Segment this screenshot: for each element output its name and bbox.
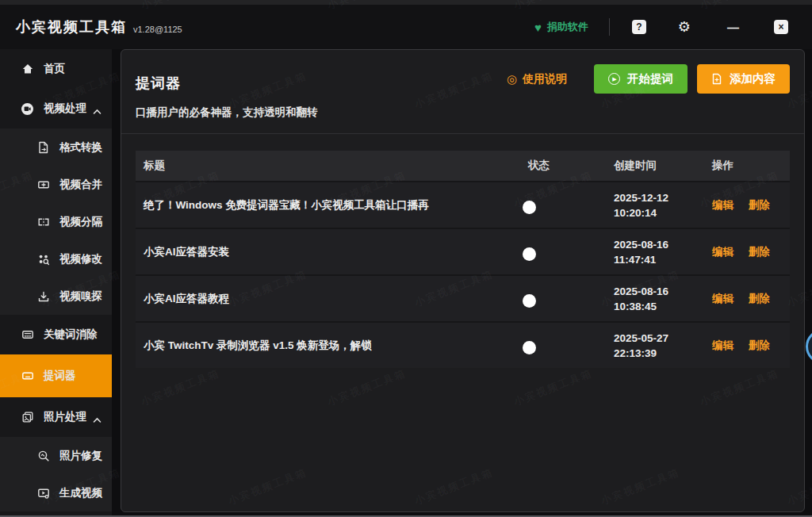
generate-video-icon <box>36 486 50 500</box>
header-actions: ◎ 使用说明 ▶ 开始提词 添加内容 <box>507 64 790 94</box>
row-time: 11:47:41 <box>614 252 710 267</box>
sidebar-item-video-split[interactable]: 视频分隔 <box>0 203 112 240</box>
row-date: 2025-12-12 <box>614 190 710 205</box>
row-status-cell <box>525 199 612 211</box>
add-content-button[interactable]: 添加内容 <box>697 64 790 94</box>
row-time: 10:38:45 <box>614 299 710 314</box>
floating-assistant-bubble[interactable] <box>806 329 812 364</box>
start-prompt-button[interactable]: ▶ 开始提词 <box>594 64 688 94</box>
add-document-icon <box>711 73 722 85</box>
titlebar-divider <box>609 18 610 36</box>
row-time: 10:20:14 <box>614 205 710 220</box>
gear-icon[interactable]: ⚙ <box>678 20 691 34</box>
row-title: 小宾AI应答器教程 <box>136 292 525 306</box>
video-modify-icon <box>36 252 50 266</box>
edit-link[interactable]: 编辑 <box>712 199 733 211</box>
heart-icon: ♥ <box>534 21 542 34</box>
prompt-table: 标题 状态 创建时间 操作 绝了！Windows 免费提词器宝藏！小宾视频工具箱… <box>136 151 790 368</box>
row-created-cell: 2025-05-27 22:13:39 <box>612 331 710 361</box>
sidebar-item-label: 关键词消除 <box>44 327 98 342</box>
column-header-title: 标题 <box>136 159 525 173</box>
edit-link[interactable]: 编辑 <box>712 293 733 304</box>
delete-link[interactable]: 删除 <box>749 199 770 211</box>
sidebar-item-label: 照片处理 <box>44 410 86 424</box>
usage-help-link[interactable]: ◎ 使用说明 <box>507 72 567 86</box>
sidebar-item-label: 生成视频 <box>59 486 102 500</box>
donate-button[interactable]: ♥ 捐助软件 <box>534 20 588 34</box>
photo-repair-icon <box>36 449 50 462</box>
sidebar-item-label: 照片修复 <box>59 449 102 463</box>
sidebar-item-label: 视频合并 <box>59 178 102 192</box>
page-subtitle: 口播用户的必备神器，支持透明和翻转 <box>136 105 790 120</box>
sidebar-item-photo-process[interactable]: 照片处理 <box>0 397 112 437</box>
row-date: 2025-05-27 <box>614 331 710 346</box>
row-title: 小宾 TwitchTv 录制浏览器 v1.5 焕新登场，解锁 <box>136 339 525 353</box>
sidebar-item-home[interactable]: 首页 <box>0 49 112 89</box>
sidebar-item-video-processing[interactable]: 视频处理 <box>0 89 112 128</box>
usage-help-label: 使用说明 <box>523 72 567 86</box>
teleprompter-icon <box>21 370 34 383</box>
delete-link[interactable]: 删除 <box>749 339 770 351</box>
minimize-icon[interactable]: — <box>727 21 739 34</box>
column-header-status: 状态 <box>525 159 612 173</box>
keyword-remove-icon <box>21 328 34 342</box>
sidebar-item-label: 首页 <box>44 62 65 76</box>
edit-link[interactable]: 编辑 <box>712 246 733 258</box>
sidebar-item-photo-repair[interactable]: 照片修复 <box>0 437 112 474</box>
delete-link[interactable]: 删除 <box>749 246 770 258</box>
row-time: 22:13:39 <box>614 346 710 361</box>
close-icon[interactable]: × <box>774 20 788 34</box>
row-status-cell <box>525 339 612 351</box>
play-circle-icon: ▶ <box>608 73 620 85</box>
chevron-up-icon <box>93 414 102 426</box>
start-prompt-label: 开始提词 <box>627 71 673 86</box>
sidebar-item-keyword-remove[interactable]: 关键词消除 <box>0 315 112 354</box>
video-processing-icon <box>21 102 34 116</box>
sidebar-item-format-convert[interactable]: 格式转换 <box>0 128 112 166</box>
sidebar-item-label: 提词器 <box>44 369 76 383</box>
table-row: 绝了！Windows 免费提词器宝藏！小宾视频工具箱让口播再 2025-12-1… <box>136 181 790 228</box>
sidebar-item-label: 视频分隔 <box>59 215 102 229</box>
photo-process-icon <box>21 411 34 424</box>
table-row: 小宾 TwitchTv 录制浏览器 v1.5 焕新登场，解锁 2025-05-2… <box>136 321 790 368</box>
row-actions-cell: 编辑 删除 <box>710 245 790 259</box>
format-convert-icon <box>36 140 50 154</box>
table-row: 小宾AI应答器教程 2025-08-16 10:38:45 编辑 删除 <box>136 274 790 321</box>
header-divider <box>121 133 804 134</box>
sidebar-item-teleprompter[interactable]: 提词器 <box>0 354 112 397</box>
table-row: 小宾AI应答器安装 2025-08-16 11:47:41 编辑 删除 <box>136 228 790 274</box>
sidebar-item-label: 格式转换 <box>59 140 102 155</box>
sidebar-item-label: 视频嗅探 <box>59 289 102 304</box>
help-icon[interactable]: ? <box>632 20 646 34</box>
panel-header: 提词器 ◎ 使用说明 ▶ 开始提词 添加内容 <box>136 50 790 94</box>
sidebar-item-video-merge[interactable]: 视频合并 <box>0 166 112 203</box>
sidebar: 首页 视频处理 格式转换 视频合并 <box>0 49 112 517</box>
home-icon <box>21 63 34 76</box>
row-title: 绝了！Windows 免费提词器宝藏！小宾视频工具箱让口播再 <box>136 198 525 213</box>
row-actions-cell: 编辑 删除 <box>710 198 790 213</box>
edit-link[interactable]: 编辑 <box>712 339 733 351</box>
row-created-cell: 2025-08-16 11:47:41 <box>612 237 710 267</box>
sidebar-item-video-sniff[interactable]: 视频嗅探 <box>0 278 112 315</box>
sidebar-item-label: 视频处理 <box>44 101 86 116</box>
row-date: 2025-08-16 <box>614 237 710 252</box>
add-content-label: 添加内容 <box>730 71 776 86</box>
sidebar-item-generate-video[interactable]: 生成视频 <box>0 474 112 511</box>
app-window: 小宾视频工具箱 v1.28@1125 ♥ 捐助软件 ? ⚙ — × 首页 视频处 <box>0 0 812 517</box>
donate-label: 捐助软件 <box>547 20 588 34</box>
row-created-cell: 2025-12-12 10:20:14 <box>612 190 710 220</box>
table-header-row: 标题 状态 创建时间 操作 <box>136 151 790 181</box>
sidebar-item-video-modify[interactable]: 视频修改 <box>0 240 112 278</box>
page-title: 提词器 <box>136 74 181 93</box>
column-header-actions: 操作 <box>710 159 790 173</box>
delete-link[interactable]: 删除 <box>749 293 770 304</box>
titlebar: 小宾视频工具箱 v1.28@1125 ♥ 捐助软件 ? ⚙ — × <box>0 5 812 49</box>
titlebar-actions: ♥ 捐助软件 ? ⚙ — × <box>534 18 788 36</box>
video-split-icon <box>36 215 50 228</box>
column-header-created: 创建时间 <box>612 159 710 173</box>
sidebar-item-label: 视频修改 <box>59 252 102 266</box>
row-status-cell <box>525 246 612 258</box>
app-version: v1.28@1125 <box>133 25 182 34</box>
video-merge-icon <box>36 178 50 191</box>
video-sniff-icon <box>36 289 50 303</box>
